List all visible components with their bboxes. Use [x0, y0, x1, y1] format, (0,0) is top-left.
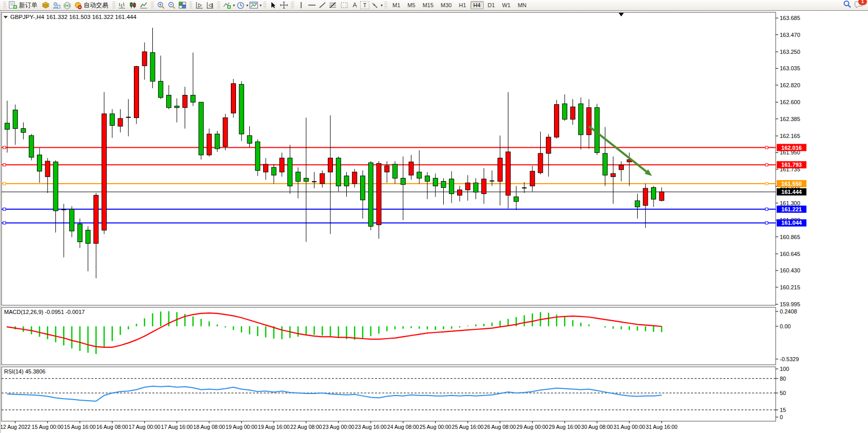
candle-down [53, 162, 58, 211]
candle-up [659, 192, 664, 201]
svg-text:26 Aug 08:00: 26 Aug 08:00 [484, 424, 516, 430]
zoom-out-icon [168, 2, 176, 9]
line-chart-button[interactable] [139, 1, 149, 10]
svg-text:160.645: 160.645 [780, 251, 800, 257]
trendline-tool-button[interactable] [317, 1, 328, 10]
timeframe-d1[interactable]: D1 [485, 1, 498, 9]
candle-up [134, 67, 139, 118]
timeframe-h1[interactable]: H1 [456, 1, 469, 9]
text-tool-button[interactable]: A [349, 1, 360, 10]
svg-text:161.550: 161.550 [781, 181, 802, 187]
periods-button[interactable] [235, 1, 246, 10]
candle-down [361, 176, 365, 200]
autotrading-label[interactable]: 自动交易 [83, 1, 111, 10]
tile-windows-button[interactable] [177, 1, 188, 10]
svg-text:15 Aug 16:00: 15 Aug 16:00 [64, 424, 96, 430]
candle-down [441, 181, 446, 187]
svg-text:19 Aug 16:00: 19 Aug 16:00 [258, 424, 290, 430]
channel-icon [340, 2, 348, 9]
bar-chart-icon [119, 2, 126, 9]
timeframe-w1[interactable]: W1 [499, 1, 514, 9]
vertical-line-icon [299, 2, 304, 9]
timeframe-m15[interactable]: M15 [420, 1, 437, 9]
line-handle [765, 208, 768, 210]
autotrading-button[interactable] [72, 1, 83, 10]
chart-shift-button[interactable] [205, 1, 215, 10]
candle-up [207, 134, 211, 155]
new-order-icon [9, 1, 17, 9]
bar-chart-button[interactable] [117, 1, 128, 10]
candlestick-chart-icon [129, 2, 137, 9]
horizontal-line-tool-button[interactable] [306, 1, 317, 10]
line-handle [765, 182, 768, 185]
search-button[interactable] [843, 0, 852, 10]
svg-text:30 Aug 08:00: 30 Aug 08:00 [581, 424, 613, 430]
candle-up [94, 195, 98, 244]
new-order-button[interactable] [8, 1, 18, 10]
timeframe-m1[interactable]: M1 [389, 1, 403, 9]
chart-profiles-button[interactable] [40, 1, 51, 10]
svg-text:50: 50 [780, 390, 786, 396]
toolbar-grip [263, 2, 266, 9]
timeframe-mn[interactable]: MN [515, 1, 529, 9]
timeframe-switcher: M1M5M15M30H1H4D1W1MN [389, 1, 530, 9]
timeframe-m5[interactable]: M5 [404, 1, 418, 9]
candle-down [21, 129, 26, 133]
price-axis: 163.685163.470163.250163.035162.820162.6… [776, 15, 800, 307]
svg-text:23 Aug 00:00: 23 Aug 00:00 [323, 424, 354, 430]
chart-canvas[interactable]: 163.685163.470163.250163.035162.820162.6… [1, 10, 868, 433]
candle-up [538, 153, 543, 173]
market-watch-button[interactable] [51, 1, 62, 10]
candle-down [29, 135, 34, 157]
candle-down [652, 188, 656, 200]
add-indicator-button[interactable] [222, 1, 232, 10]
candle-down [167, 95, 171, 108]
crosshair-tool-button[interactable] [279, 1, 289, 10]
toolbar-grip [3, 2, 6, 9]
main-toolbar: 新订单 自动交易 [0, 0, 868, 11]
candle-down [271, 167, 276, 175]
svg-text:31 Aug 00:00: 31 Aug 00:00 [614, 424, 645, 430]
new-order-label[interactable]: 新订单 [18, 1, 40, 10]
svg-text:29 Aug 00:00: 29 Aug 00:00 [517, 424, 548, 430]
signals-button[interactable] [62, 1, 72, 10]
svg-text:160.865: 160.865 [780, 234, 800, 240]
svg-text:18 Aug 08:00: 18 Aug 08:00 [193, 424, 225, 430]
toolbar-grip [151, 2, 154, 9]
channel-tool-button[interactable] [339, 1, 349, 10]
auto-scroll-button[interactable] [194, 1, 205, 10]
fibonacci-tool-button[interactable] [328, 1, 339, 10]
timeframe-h4[interactable]: H4 [470, 1, 484, 9]
zoom-out-button[interactable] [166, 1, 177, 10]
candle-down [191, 95, 195, 103]
chart-title: GBPJPY-,H4161.332 161.503 161.322 161.44… [4, 14, 136, 20]
svg-text:100: 100 [780, 366, 789, 372]
timeframe-m30[interactable]: M30 [438, 1, 455, 9]
svg-text:-0.5329: -0.5329 [780, 356, 799, 362]
templates-caret[interactable]: ▾ [260, 3, 262, 8]
toolbar-grip [112, 2, 115, 9]
candle-down [514, 197, 519, 202]
shapes-tool-caret[interactable]: ▾ [381, 3, 383, 8]
zoom-in-button[interactable] [155, 1, 166, 10]
candle-down [86, 230, 90, 244]
candle-down [13, 110, 17, 128]
text-label-tool-button[interactable]: T [360, 1, 369, 9]
svg-text:161.332 161.503 161.322 161.44: 161.332 161.503 161.322 161.444 [46, 14, 136, 20]
shapes-tool-button[interactable] [369, 1, 380, 10]
templates-button[interactable] [248, 1, 259, 10]
notifications-button[interactable]: 1 [855, 1, 863, 10]
toolbar-grip [189, 2, 192, 9]
svg-text:GBPJPY-,H4: GBPJPY-,H4 [10, 14, 45, 20]
candle-up [183, 95, 187, 108]
candlestick-chart-button[interactable] [128, 1, 139, 10]
vertical-line-tool-button[interactable] [295, 1, 306, 10]
candle-up [409, 162, 413, 175]
candle-up [328, 158, 333, 172]
svg-text:0.00: 0.00 [780, 323, 791, 329]
line-handle [3, 222, 6, 224]
chart-window: 163.685163.470163.250163.035162.820162.6… [1, 10, 868, 433]
svg-text:162.165: 162.165 [780, 133, 800, 139]
line-handle [3, 208, 6, 210]
cursor-tool-button[interactable] [268, 1, 279, 10]
